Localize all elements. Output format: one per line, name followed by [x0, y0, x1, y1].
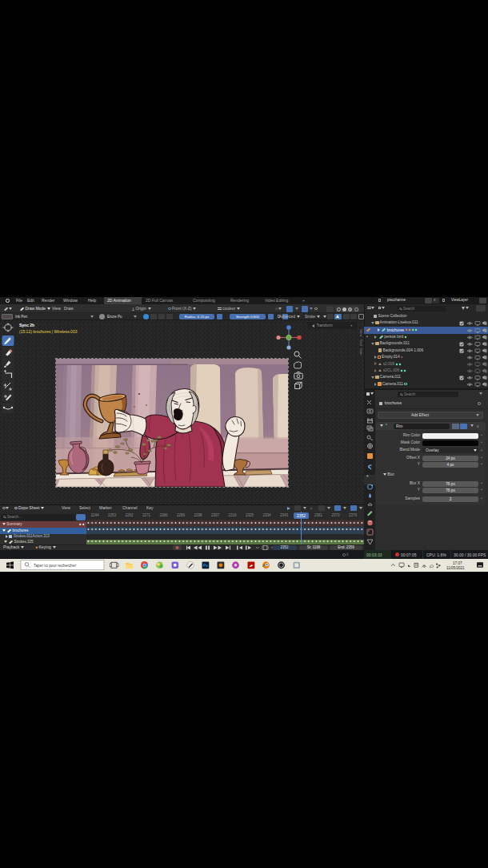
svg-text:*: * [366, 474, 369, 480]
svg-text:11/05/2021: 11/05/2021 [446, 566, 465, 570]
svg-text:Ps: Ps [203, 563, 208, 568]
svg-text:17:07: 17:07 [453, 561, 462, 565]
svg-text:Taper ici pour rechercher: Taper ici pour rechercher [34, 564, 76, 568]
